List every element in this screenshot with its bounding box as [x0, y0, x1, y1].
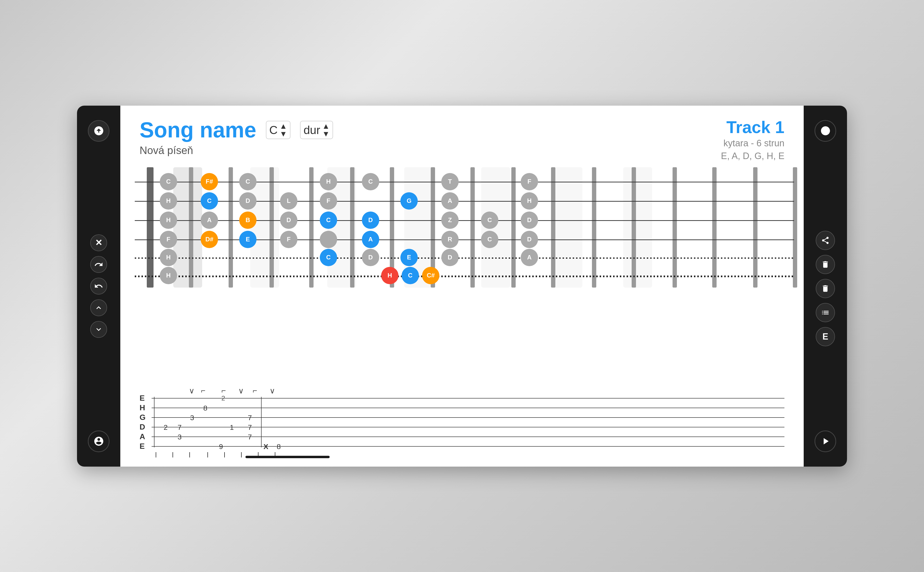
note-s1-4[interactable]: C [362, 173, 379, 190]
fret-bar-11 [592, 167, 596, 288]
note-c-blue2[interactable]: C [320, 211, 337, 229]
note-s3-4[interactable]: D [280, 211, 297, 229]
beat-1: ∨ [189, 386, 194, 395]
note-f-sharp[interactable]: F# [201, 173, 218, 190]
e-label: E [823, 332, 828, 342]
note-d-s5[interactable]: D [362, 249, 379, 266]
note-s2-8[interactable]: A [441, 192, 459, 210]
note-s2-9[interactable]: H [521, 192, 538, 210]
undo-button[interactable] [90, 278, 107, 295]
tab-num-e-x: X [264, 443, 268, 451]
delete-mid-button[interactable] [816, 279, 835, 298]
fretboard[interactable]: C C H C T F F# H C D L F G A H H A B [130, 167, 794, 288]
note-s1-2[interactable]: C [239, 173, 256, 190]
tab-line-d [152, 427, 784, 427]
note-b-orange[interactable]: B [239, 211, 256, 229]
note-c-blue[interactable]: C [201, 192, 218, 210]
tab-measure-2: 2 [221, 395, 225, 402]
download-button-top[interactable] [815, 120, 836, 142]
note-s1-1[interactable]: C [160, 173, 177, 190]
note-s1-5[interactable]: T [441, 173, 459, 190]
tab-bar-start [154, 397, 154, 448]
note-e-blue[interactable]: E [239, 231, 256, 248]
fret-bar-13 [672, 167, 677, 288]
close-button[interactable]: ✕ [90, 235, 107, 251]
fret-bar-5 [350, 167, 354, 288]
tab-line-g [152, 417, 784, 418]
note-s6-open[interactable]: H [160, 267, 177, 284]
song-subtitle: Nová píseň [140, 145, 333, 156]
tab-line-e-high [152, 398, 784, 398]
tab-num-e-8: 8 [277, 443, 281, 451]
note-s4-1[interactable]: F [160, 231, 177, 248]
fret-bar-8 [471, 167, 475, 288]
string-6-dotted [135, 275, 794, 277]
note-e-s5[interactable]: E [401, 249, 418, 266]
note-s3-9[interactable]: D [521, 211, 538, 229]
fret-bar-16 [793, 167, 797, 288]
settings-button[interactable] [88, 431, 109, 452]
note-s4-5[interactable] [320, 231, 337, 248]
song-title: Song name [140, 118, 256, 143]
fretboard-area: C C H C T F F# H C D L F G A H H A B [120, 167, 804, 382]
note-s4-8[interactable]: C [481, 231, 498, 248]
header-right: Track 1 kytara - 6 strun E, A, D, G, H, … [721, 118, 784, 162]
move-down-button[interactable] [90, 321, 107, 338]
share-button[interactable] [816, 231, 835, 250]
note-d-blue[interactable]: D [362, 211, 379, 229]
right-top-buttons [815, 120, 836, 146]
note-s3-1[interactable]: H [160, 211, 177, 229]
note-s2-3[interactable]: D [239, 192, 256, 210]
tab-num-d-7a: 7 [178, 423, 182, 432]
note-g-blue[interactable]: G [401, 192, 418, 210]
fret-controls: ✕ [90, 235, 107, 338]
header: Song name C ▲▼ dur ▲▼ Nová píseň [120, 106, 804, 167]
note-s5-7[interactable]: D [441, 249, 459, 266]
tab-label-d: D [140, 422, 145, 431]
note-s2-4[interactable]: L [280, 192, 297, 210]
string-1 [135, 182, 794, 182]
tab-num-e-9: 9 [219, 443, 223, 451]
key-selector[interactable]: C ▲▼ [266, 121, 290, 139]
note-s4-4[interactable]: F [280, 231, 297, 248]
fret-bar-1 [189, 167, 193, 288]
tab-num-d-7b: 7 [248, 423, 252, 432]
track-tuning: E, A, D, G, H, E [721, 150, 784, 162]
note-s3-2[interactable]: A [201, 211, 218, 229]
note-c-s6[interactable]: C [402, 267, 419, 284]
delete-top-button[interactable] [816, 255, 835, 274]
tab-num-d-1: 1 [230, 423, 234, 432]
fret-bar-10 [551, 167, 555, 288]
note-s2-1[interactable]: H [160, 192, 177, 210]
note-s4-9[interactable]: D [521, 231, 538, 248]
move-up-button[interactable] [90, 299, 107, 316]
e-label-button[interactable]: E [816, 327, 835, 346]
note-a-s5[interactable]: A [521, 249, 538, 266]
note-s1-6[interactable]: F [521, 173, 538, 190]
redo-button[interactable] [90, 256, 107, 273]
tab-line-h [152, 408, 784, 408]
upload-button[interactable] [88, 120, 109, 142]
note-s4-7[interactable]: R [441, 231, 459, 248]
header-left: Song name C ▲▼ dur ▲▼ Nová píseň [140, 118, 333, 156]
note-a-blue[interactable]: A [362, 231, 379, 248]
note-h-red[interactable]: H [381, 267, 399, 284]
beat-4: ∨ [238, 386, 244, 395]
string-4 [135, 239, 794, 240]
note-s2-5[interactable]: F [320, 192, 337, 210]
note-csharp-s6[interactable]: C# [422, 267, 439, 284]
note-s1-3[interactable]: H [320, 173, 337, 190]
note-s3-8[interactable]: C [481, 211, 498, 229]
note-s5-open[interactable]: H [160, 249, 177, 266]
mode-selector[interactable]: dur ▲▼ [300, 121, 333, 139]
note-s3-7[interactable]: Z [441, 211, 459, 229]
beat-markers: ∨ ⌐ ⌐ ∨ ⌐ ∨ [154, 385, 784, 397]
string-3 [135, 220, 794, 221]
tab-label-e-low: E [140, 441, 144, 451]
tab-area: ∨ ⌐ ⌐ ∨ ⌐ ∨ E H G D [120, 382, 804, 466]
note-d-sharp[interactable]: D# [201, 231, 218, 248]
play-button[interactable] [815, 431, 836, 452]
list-button[interactable] [816, 303, 835, 322]
note-c-s5[interactable]: C [320, 249, 337, 266]
tab-label-e-high: E [140, 393, 144, 403]
